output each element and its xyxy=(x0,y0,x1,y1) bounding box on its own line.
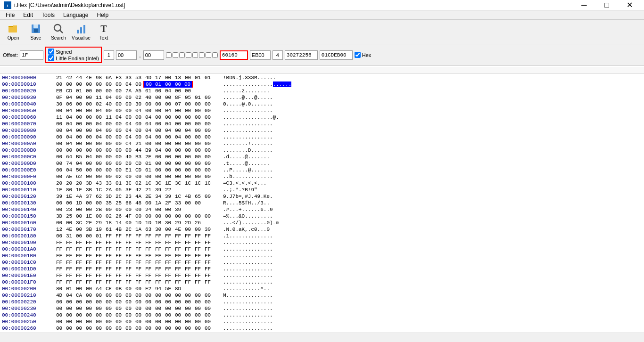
hex-byte[interactable]: 2B xyxy=(94,206,104,213)
hex-byte[interactable]: 1D xyxy=(74,200,84,206)
hex-byte[interactable]: 1E xyxy=(163,180,173,187)
hex-byte[interactable]: 00 xyxy=(193,114,203,121)
hex-byte[interactable]: FF xyxy=(163,233,173,239)
hex-byte[interactable]: 00 xyxy=(193,101,203,107)
hex-byte[interactable]: 00 xyxy=(54,154,64,160)
hex-byte[interactable]: 00 xyxy=(84,140,94,147)
hex-byte[interactable]: 0B xyxy=(114,285,124,292)
hex-byte[interactable]: FF xyxy=(124,252,133,259)
hex-byte[interactable]: 00 xyxy=(124,94,133,101)
hex-byte[interactable]: 00 xyxy=(173,167,183,173)
hex-byte[interactable]: 00 xyxy=(143,173,153,180)
menu-tools[interactable]: Tools xyxy=(38,11,58,19)
menu-edit[interactable]: Edit xyxy=(19,11,37,19)
hex-byte[interactable]: FF xyxy=(183,239,193,246)
hex-byte[interactable]: FF xyxy=(114,279,124,285)
hex-byte[interactable]: 04 xyxy=(94,127,104,134)
hex-byte[interactable]: 00 xyxy=(54,318,64,325)
hex-byte[interactable]: 1C xyxy=(143,180,153,187)
hex-byte[interactable]: 00 xyxy=(133,127,143,134)
hex-byte[interactable]: D0 xyxy=(124,160,133,167)
hex-byte[interactable]: 00 xyxy=(183,325,193,332)
hex-byte[interactable]: FF xyxy=(124,266,133,272)
search-button[interactable]: Search xyxy=(48,22,69,42)
hex-byte[interactable]: 00 xyxy=(74,101,84,107)
hex-byte[interactable]: 00 xyxy=(74,213,84,220)
hex-byte[interactable]: FF xyxy=(64,259,74,266)
hex-byte[interactable]: 00 xyxy=(114,206,124,213)
hex-byte[interactable]: 3F xyxy=(124,187,133,193)
hex-byte[interactable]: 00 xyxy=(203,167,213,173)
hex-byte[interactable]: 00 xyxy=(133,213,143,220)
hex-byte[interactable]: FF xyxy=(124,239,133,246)
hex-byte[interactable]: 00 xyxy=(183,88,193,94)
hex-byte[interactable]: 00 xyxy=(104,134,114,140)
hex-byte[interactable]: 04 xyxy=(163,107,173,114)
hex-byte[interactable]: 00 xyxy=(183,292,193,299)
hex-byte[interactable]: FF xyxy=(104,252,114,259)
hex-byte[interactable]: FF xyxy=(143,239,153,246)
hex-byte[interactable]: 63 xyxy=(143,226,153,233)
hex-byte[interactable]: 00 xyxy=(133,299,143,305)
hex-byte[interactable]: 00 xyxy=(74,147,84,154)
num2-input[interactable] xyxy=(116,50,137,60)
hex-byte[interactable]: FF xyxy=(133,279,143,285)
hex-byte[interactable]: 2D xyxy=(183,220,193,226)
hex-byte[interactable]: B5 xyxy=(74,154,84,160)
hex-byte[interactable]: 00 xyxy=(74,114,84,121)
hex-byte[interactable]: 00 xyxy=(183,101,193,107)
hex-byte[interactable]: 00 xyxy=(153,206,163,213)
hex-byte[interactable]: FF xyxy=(124,279,133,285)
hex-byte[interactable]: 3C xyxy=(173,180,183,187)
hex-byte[interactable]: FF xyxy=(193,252,203,259)
hex-byte[interactable]: 00 xyxy=(94,292,104,299)
hex-byte[interactable]: FF xyxy=(54,279,64,285)
hex-byte[interactable]: 04 xyxy=(84,154,94,160)
bit6[interactable] xyxy=(206,52,211,58)
hex-byte[interactable]: 00 xyxy=(173,81,183,88)
hex-byte[interactable]: 25 xyxy=(114,200,124,206)
hex-byte[interactable]: 01 xyxy=(143,88,153,94)
hex-byte[interactable]: 2F xyxy=(84,220,94,226)
hex-byte[interactable]: FF xyxy=(143,233,153,239)
hex-byte[interactable]: 00 xyxy=(114,127,124,134)
hex-byte[interactable]: 20 xyxy=(64,180,74,187)
hex-byte[interactable]: 00 xyxy=(94,325,104,332)
hex-byte[interactable]: 40 xyxy=(124,154,133,160)
hex-byte[interactable]: 00 xyxy=(153,127,163,134)
hex-byte[interactable]: 00 xyxy=(193,140,203,147)
hex-byte[interactable]: 00 xyxy=(94,305,104,312)
visualise-button[interactable]: Visualise xyxy=(71,22,91,42)
hex-byte[interactable]: 04 xyxy=(163,88,173,94)
hex-byte[interactable]: 00 xyxy=(124,325,133,332)
hex-byte[interactable]: 00 xyxy=(94,114,104,121)
hex-byte[interactable]: 00 xyxy=(114,121,124,127)
hex-byte[interactable]: 40 xyxy=(143,94,153,101)
hex-byte[interactable]: FF xyxy=(133,233,143,239)
hex-byte[interactable]: 00 xyxy=(203,101,213,107)
hex-byte[interactable]: 00 xyxy=(84,160,94,167)
hex-byte[interactable]: FF xyxy=(133,239,143,246)
hex-byte[interactable]: 01 xyxy=(94,233,104,239)
hex-byte[interactable]: 00 xyxy=(74,312,84,318)
hex-byte[interactable]: FF xyxy=(183,252,193,259)
hex-byte[interactable]: 00 xyxy=(153,173,163,180)
hex-byte[interactable]: FF xyxy=(54,246,64,252)
hex-byte[interactable]: 00 xyxy=(54,134,64,140)
hex-byte[interactable]: 01 xyxy=(193,74,203,81)
hex-byte[interactable]: 00 xyxy=(203,292,213,299)
hex-byte[interactable]: 00 xyxy=(74,107,84,114)
hex-byte[interactable]: 00 xyxy=(84,107,94,114)
hex-byte[interactable]: 4E xyxy=(173,226,183,233)
hex-byte[interactable]: 4B xyxy=(183,193,193,200)
hex-byte[interactable]: 2A xyxy=(104,187,114,193)
hex-byte[interactable]: 04 xyxy=(64,94,74,101)
hex-byte[interactable]: FF xyxy=(114,233,124,239)
hex-byte[interactable]: FF xyxy=(173,266,183,272)
hex-byte[interactable]: 00 xyxy=(84,318,94,325)
hex-byte[interactable]: 00 xyxy=(94,200,104,206)
hex-byte[interactable]: FF xyxy=(173,239,183,246)
hex-byte[interactable]: 1E xyxy=(54,187,64,193)
hex-byte[interactable]: 00 xyxy=(104,127,114,134)
hex-byte[interactable]: 00 xyxy=(153,305,163,312)
